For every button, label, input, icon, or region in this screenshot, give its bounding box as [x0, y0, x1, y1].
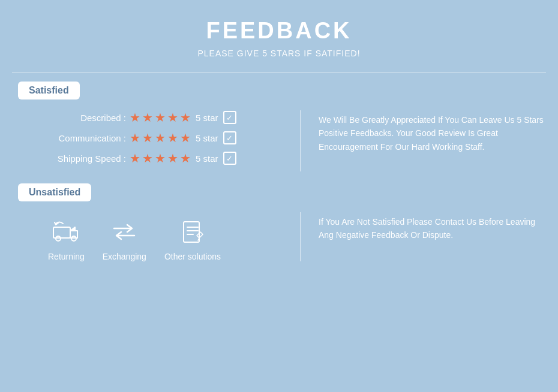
unsatisfied-badge: Unsatisfied [18, 183, 91, 201]
svg-rect-0 [53, 227, 70, 238]
satisfied-section: Satisfied Described : ★ ★ ★ ★ ★ 5 star ✓ [12, 82, 546, 171]
returning-label: Returning [48, 252, 85, 261]
star-2: ★ [142, 131, 153, 145]
star-1: ★ [130, 131, 140, 145]
section-divider [300, 110, 301, 171]
page-header: FEEDBACK PLEASE GIVE 5 STARS IF SATIFIED… [197, 18, 360, 58]
star-2: ★ [142, 151, 153, 165]
unsatisfied-section: Unsatisfied [12, 183, 546, 261]
header-divider [12, 73, 546, 73]
options-icons-row: Returning Exc [30, 217, 294, 261]
other-solutions-label: Other solutions [164, 252, 221, 261]
star-5: ★ [180, 151, 191, 165]
communication-label: Communication : [30, 133, 126, 143]
unsatisfied-section-divider [300, 212, 301, 261]
described-checkbox[interactable]: ✓ [223, 111, 236, 124]
exchanging-label: Exchanging [103, 252, 146, 261]
satisfied-description: We Will Be Greatly Appreciated If You Ca… [307, 110, 546, 153]
rating-shipping: Shipping Speed : ★ ★ ★ ★ ★ 5 star ✓ [30, 151, 294, 165]
svg-marker-1 [70, 227, 75, 231]
other-solutions-icon-box [176, 217, 209, 247]
described-count: 5 star [196, 113, 218, 123]
star-2: ★ [142, 110, 153, 125]
star-3: ★ [155, 151, 166, 165]
star-4: ★ [167, 151, 178, 165]
star-3: ★ [155, 110, 166, 125]
star-5: ★ [180, 131, 191, 145]
satisfied-badge: Satisfied [18, 82, 80, 99]
main-content: Satisfied Described : ★ ★ ★ ★ ★ 5 star ✓ [12, 82, 546, 261]
star-4: ★ [167, 110, 178, 125]
shipping-stars: ★ ★ ★ ★ ★ [130, 151, 191, 165]
communication-stars: ★ ★ ★ ★ ★ [130, 131, 191, 145]
shipping-count: 5 star [196, 153, 218, 164]
satisfied-ratings: Described : ★ ★ ★ ★ ★ 5 star ✓ Communica… [12, 110, 294, 171]
exchanging-icon-box [108, 217, 141, 247]
returning-icon-box [50, 217, 83, 247]
star-1: ★ [130, 110, 140, 125]
unsatisfied-content: Returning Exc [12, 212, 546, 261]
svg-rect-4 [184, 222, 199, 242]
communication-count: 5 star [196, 133, 218, 143]
star-4: ★ [167, 131, 178, 145]
page-title: FEEDBACK [197, 18, 360, 44]
communication-checkbox[interactable]: ✓ [223, 131, 236, 144]
other-solutions-option[interactable]: Other solutions [164, 217, 221, 261]
exchanging-option[interactable]: Exchanging [103, 217, 146, 261]
star-5: ★ [180, 110, 191, 125]
unsatisfied-description: If You Are Not Satisfied Please Contact … [307, 212, 546, 242]
described-label: Described : [30, 113, 126, 123]
exchanging-icon [109, 219, 139, 245]
satisfied-content: Described : ★ ★ ★ ★ ★ 5 star ✓ Communica… [12, 110, 546, 171]
other-solutions-icon [178, 219, 208, 245]
page-subtitle: PLEASE GIVE 5 STARS IF SATIFIED! [197, 49, 360, 58]
star-1: ★ [130, 151, 140, 165]
rating-communication: Communication : ★ ★ ★ ★ ★ 5 star ✓ [30, 131, 294, 145]
star-3: ★ [155, 131, 166, 145]
unsatisfied-options: Returning Exc [12, 212, 294, 261]
shipping-label: Shipping Speed : [30, 153, 126, 164]
returning-icon [51, 219, 81, 245]
described-stars: ★ ★ ★ ★ ★ [130, 110, 191, 125]
shipping-checkbox[interactable]: ✓ [223, 152, 236, 165]
returning-option[interactable]: Returning [48, 217, 85, 261]
rating-described: Described : ★ ★ ★ ★ ★ 5 star ✓ [30, 110, 294, 125]
